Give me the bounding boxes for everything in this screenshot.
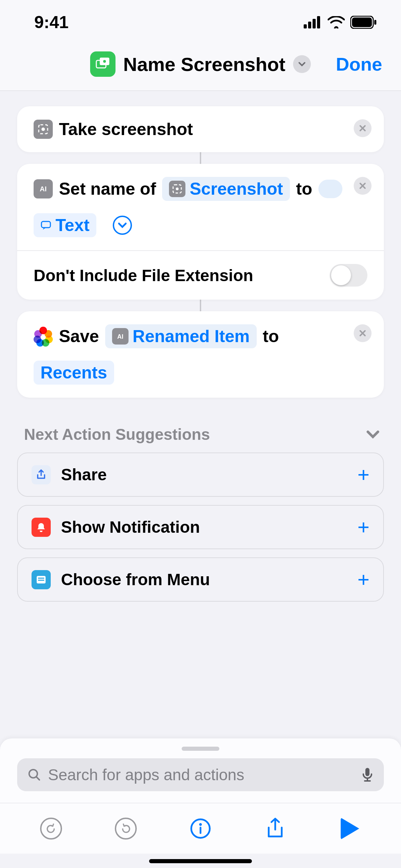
action-text-mid: to xyxy=(263,326,279,346)
connector xyxy=(200,152,201,164)
photos-app-icon xyxy=(34,327,53,346)
home-indicator xyxy=(149,859,252,863)
rename-icon: AI xyxy=(34,179,53,198)
svg-rect-21 xyxy=(365,768,369,776)
suggestion-notification[interactable]: Show Notification + xyxy=(17,505,384,549)
nav-bar: Name Screenshot Done xyxy=(0,45,401,91)
suggestions-header[interactable]: Next Action Suggestions xyxy=(17,411,384,453)
undo-button[interactable] xyxy=(39,816,63,841)
text-variable-token[interactable]: Text xyxy=(34,213,96,237)
add-suggestion-button[interactable]: + xyxy=(357,515,369,539)
bottom-toolbar xyxy=(0,803,401,854)
variable-label: Screenshot xyxy=(190,179,283,199)
suggestion-share[interactable]: Share + xyxy=(17,453,384,497)
add-suggestion-button[interactable]: + xyxy=(357,463,369,486)
menu-icon xyxy=(32,570,51,589)
battery-icon xyxy=(350,16,377,29)
chevron-down-icon xyxy=(365,427,380,442)
album-label: Recents xyxy=(40,363,107,383)
suggestions-title: Next Action Suggestions xyxy=(24,425,210,444)
shortcut-icon xyxy=(90,51,116,77)
search-panel[interactable] xyxy=(0,738,401,803)
svg-rect-19 xyxy=(38,580,44,581)
album-recents-token[interactable]: Recents xyxy=(34,361,114,385)
option-label: Don't Include File Extension xyxy=(34,266,253,285)
variable-screenshot-token[interactable]: Screenshot xyxy=(162,177,290,201)
suggestion-label: Share xyxy=(61,465,107,484)
screenshot-icon xyxy=(34,120,53,139)
delete-action-button[interactable] xyxy=(354,324,372,342)
action-set-name[interactable]: AI Set name of Screenshot to Text Don't … xyxy=(17,164,384,300)
svg-text:AI: AI xyxy=(117,333,123,340)
add-suggestion-button[interactable]: + xyxy=(357,568,369,591)
search-field[interactable] xyxy=(17,758,384,791)
run-button[interactable] xyxy=(338,816,362,841)
text-token-label: Text xyxy=(56,215,89,235)
action-text-prefix: Set name of xyxy=(59,179,156,199)
notification-icon xyxy=(32,518,51,537)
delete-action-button[interactable] xyxy=(354,119,372,137)
svg-rect-1 xyxy=(308,22,311,28)
info-button[interactable] xyxy=(188,816,213,841)
svg-point-11 xyxy=(41,128,45,131)
suggestion-choose-menu[interactable]: Choose from Menu + xyxy=(17,557,384,602)
show-options-toggle[interactable] xyxy=(113,216,132,235)
action-text-prefix: Save xyxy=(59,326,99,346)
svg-rect-18 xyxy=(38,578,44,579)
dictation-icon[interactable] xyxy=(361,767,374,782)
share-button[interactable] xyxy=(263,816,288,841)
status-indicators xyxy=(304,16,377,29)
done-button[interactable]: Done xyxy=(336,53,382,75)
title-menu-chevron[interactable] xyxy=(293,55,311,73)
extension-switch[interactable] xyxy=(330,264,367,287)
svg-rect-6 xyxy=(374,20,376,25)
rename-icon: AI xyxy=(112,328,129,345)
svg-rect-2 xyxy=(313,19,316,28)
cellular-icon xyxy=(304,16,322,28)
svg-rect-15 xyxy=(41,221,50,228)
text-bubble-icon xyxy=(40,220,51,231)
svg-rect-3 xyxy=(317,16,320,28)
play-icon xyxy=(341,818,359,840)
screenshot-icon xyxy=(169,181,185,197)
wifi-icon xyxy=(328,16,345,28)
suggestion-label: Choose from Menu xyxy=(61,570,210,589)
svg-point-14 xyxy=(176,188,179,190)
svg-point-23 xyxy=(199,823,202,825)
option-dont-include-extension: Don't Include File Extension xyxy=(17,251,384,300)
status-time: 9:41 xyxy=(34,12,69,32)
shortcut-title-group[interactable]: Name Screenshot xyxy=(90,51,311,77)
search-icon xyxy=(27,768,41,782)
action-label: Take screenshot xyxy=(59,119,193,139)
delete-action-button[interactable] xyxy=(354,177,372,195)
svg-rect-5 xyxy=(352,17,372,27)
variable-renamed-item-token[interactable]: AI Renamed Item xyxy=(105,324,257,348)
variable-label: Renamed Item xyxy=(133,326,250,346)
actions-editor: Take screenshot AI Set name of Screensho… xyxy=(0,91,401,602)
action-save-to-photos[interactable]: Save AI Renamed Item to Recents xyxy=(17,311,384,398)
shortcut-title: Name Screenshot xyxy=(123,53,285,75)
share-icon xyxy=(32,465,51,484)
search-input[interactable] xyxy=(48,765,354,784)
connector xyxy=(200,300,201,311)
svg-rect-0 xyxy=(304,24,307,28)
suggestion-label: Show Notification xyxy=(61,518,200,537)
svg-point-9 xyxy=(103,60,106,63)
name-value-placeholder[interactable] xyxy=(318,180,342,198)
status-bar: 9:41 xyxy=(0,0,401,45)
action-take-screenshot[interactable]: Take screenshot xyxy=(17,106,384,152)
redo-button[interactable] xyxy=(113,816,138,841)
svg-text:AI: AI xyxy=(40,185,47,193)
action-text-mid: to xyxy=(296,179,312,199)
sheet-grabber[interactable] xyxy=(182,747,219,751)
